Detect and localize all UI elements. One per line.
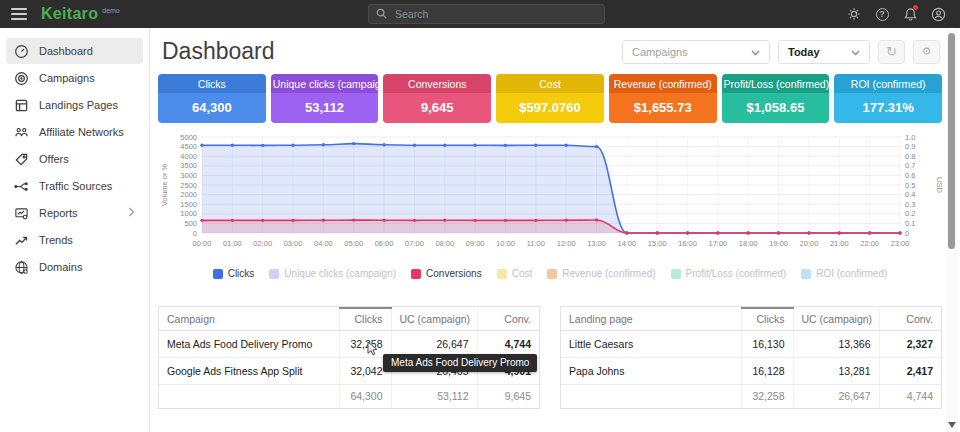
svg-text:2000: 2000 bbox=[180, 190, 197, 199]
campaigns-filter-select[interactable]: Campaigns bbox=[622, 40, 770, 64]
topbar: Keitaro demo ? bbox=[0, 0, 960, 28]
svg-text:Volume or %: Volume or % bbox=[160, 163, 169, 206]
svg-text:00:00: 00:00 bbox=[193, 239, 212, 248]
svg-text:13:00: 13:00 bbox=[587, 239, 606, 248]
column-header-landing-page[interactable]: Landing page bbox=[561, 308, 741, 331]
svg-text:USD: USD bbox=[935, 177, 942, 193]
scrollbar-thumb[interactable] bbox=[948, 33, 955, 249]
target-icon bbox=[14, 71, 29, 86]
sidebar-item-affiliate-networks[interactable]: Affiliate Networks bbox=[6, 119, 143, 145]
svg-text:09:00: 09:00 bbox=[466, 239, 485, 248]
column-header-campaign[interactable]: Campaign bbox=[159, 308, 339, 331]
svg-text:4500: 4500 bbox=[180, 142, 197, 151]
svg-text:0.3: 0.3 bbox=[905, 200, 915, 209]
help-icon[interactable]: ? bbox=[874, 6, 890, 22]
notifications-icon[interactable] bbox=[902, 6, 918, 22]
svg-text:14:00: 14:00 bbox=[617, 239, 636, 248]
legend-cost[interactable]: Cost bbox=[497, 268, 533, 279]
traffic-chart[interactable]: 005000.110000.215000.320000.425000.53000… bbox=[158, 131, 942, 263]
sidebar-item-dashboard[interactable]: Dashboard bbox=[6, 38, 143, 64]
svg-text:11:00: 11:00 bbox=[527, 239, 545, 248]
stat-card-unique-clicks[interactable]: Unique clicks (campaign) 53,112 bbox=[271, 74, 379, 123]
svg-text:4000: 4000 bbox=[180, 152, 197, 161]
svg-text:3500: 3500 bbox=[180, 161, 197, 170]
dashboard-settings-button[interactable]: ⚙ bbox=[913, 40, 940, 64]
column-header-conv[interactable]: Conv. bbox=[879, 308, 941, 331]
svg-text:21:00: 21:00 bbox=[830, 239, 849, 248]
logo-demo-label: demo bbox=[102, 7, 120, 14]
svg-text:16:00: 16:00 bbox=[678, 239, 697, 248]
stat-card-profit-loss[interactable]: Profit/Loss (confirmed) $1,058.65 bbox=[722, 74, 830, 123]
svg-text:22:00: 22:00 bbox=[860, 239, 879, 248]
account-icon[interactable] bbox=[930, 6, 946, 22]
stat-card-cost[interactable]: Cost $597.0760 bbox=[496, 74, 604, 123]
table-row[interactable]: Papa Johns 16,128 13,281 2,417 bbox=[561, 358, 941, 385]
column-header-conv[interactable]: Conv. bbox=[477, 308, 539, 331]
sidebar-item-campaigns[interactable]: Campaigns bbox=[6, 65, 143, 91]
sidebar-item-landings-pages[interactable]: Landings Pages bbox=[6, 92, 143, 118]
chart-legend: Clicks Unique clicks (campaign) Conversi… bbox=[158, 268, 942, 279]
stat-card-roi[interactable]: ROI (confirmed) 177.31% bbox=[834, 74, 942, 123]
sidebar-item-traffic-sources[interactable]: Traffic Sources bbox=[6, 173, 143, 199]
search-input[interactable] bbox=[393, 7, 597, 21]
trend-icon bbox=[14, 233, 29, 248]
svg-text:2500: 2500 bbox=[180, 181, 197, 190]
svg-text:3000: 3000 bbox=[180, 171, 197, 180]
landing-pages-table: Landing page Clicks UC (campaign) Conv. … bbox=[560, 306, 942, 409]
svg-text:500: 500 bbox=[184, 219, 197, 228]
svg-text:19:00: 19:00 bbox=[769, 239, 788, 248]
column-header-clicks[interactable]: Clicks bbox=[339, 308, 391, 331]
legend-revenue[interactable]: Revenue (confirmed) bbox=[547, 268, 655, 279]
svg-text:08:00: 08:00 bbox=[435, 239, 454, 248]
period-filter-select[interactable]: Today bbox=[778, 40, 870, 64]
table-header-row: Landing page Clicks UC (campaign) Conv. bbox=[561, 308, 941, 331]
legend-unique-clicks[interactable]: Unique clicks (campaign) bbox=[269, 268, 396, 279]
menu-icon[interactable] bbox=[11, 8, 27, 20]
search-box[interactable] bbox=[368, 4, 605, 24]
scroll-down-arrow-icon[interactable] bbox=[948, 422, 956, 428]
search-icon bbox=[376, 5, 387, 23]
svg-text:1.0: 1.0 bbox=[905, 133, 915, 142]
stat-cards: Clicks 64,300 Unique clicks (campaign) 5… bbox=[158, 74, 942, 123]
legend-clicks[interactable]: Clicks bbox=[213, 268, 255, 279]
refresh-icon: ↻ bbox=[886, 44, 897, 59]
sidebar-item-domains[interactable]: Domains bbox=[6, 254, 143, 280]
legend-conversions[interactable]: Conversions bbox=[411, 268, 482, 279]
column-header-uc[interactable]: UC (campaign) bbox=[793, 308, 879, 331]
svg-text:12:00: 12:00 bbox=[557, 239, 576, 248]
people-icon bbox=[14, 125, 29, 140]
globe-icon bbox=[14, 260, 29, 275]
sidebar-item-reports[interactable]: Reports bbox=[6, 200, 143, 226]
report-icon bbox=[14, 206, 29, 221]
svg-text:20:00: 20:00 bbox=[800, 239, 819, 248]
refresh-button[interactable]: ↻ bbox=[878, 40, 905, 64]
settings-icon[interactable] bbox=[846, 6, 862, 22]
table-row[interactable]: Little Caesars 16,130 13,366 2,327 bbox=[561, 331, 941, 358]
svg-text:0.9: 0.9 bbox=[905, 142, 915, 151]
chevron-down-icon bbox=[851, 46, 860, 58]
svg-text:01:00: 01:00 bbox=[223, 239, 242, 248]
scrollbar[interactable] bbox=[947, 30, 957, 432]
table-total-row: 64,300 53,112 9,645 bbox=[159, 385, 539, 409]
logo-text: Keitaro bbox=[41, 6, 98, 22]
stat-card-revenue[interactable]: Revenue (confirmed) $1,655.73 bbox=[609, 74, 717, 123]
page-title: Dashboard bbox=[162, 38, 275, 65]
legend-roi[interactable]: ROI (confirmed) bbox=[801, 268, 887, 279]
svg-text:07:00: 07:00 bbox=[405, 239, 424, 248]
svg-text:0.5: 0.5 bbox=[905, 181, 915, 190]
column-header-clicks[interactable]: Clicks bbox=[741, 308, 793, 331]
svg-text:1000: 1000 bbox=[180, 209, 197, 218]
split-icon bbox=[14, 179, 29, 194]
sidebar-item-offers[interactable]: Offers bbox=[6, 146, 143, 172]
app-logo[interactable]: Keitaro demo bbox=[41, 6, 120, 22]
svg-text:0.6: 0.6 bbox=[905, 171, 915, 180]
chevron-right-icon bbox=[128, 207, 135, 219]
legend-profit-loss[interactable]: Profit/Loss (confirmed) bbox=[671, 268, 787, 279]
sidebar-item-trends[interactable]: Trends bbox=[6, 227, 143, 253]
svg-text:02:00: 02:00 bbox=[253, 239, 272, 248]
stat-card-conversions[interactable]: Conversions 9,645 bbox=[383, 74, 491, 123]
svg-text:0: 0 bbox=[905, 229, 909, 238]
svg-text:15:00: 15:00 bbox=[648, 239, 667, 248]
stat-card-clicks[interactable]: Clicks 64,300 bbox=[158, 74, 266, 123]
column-header-uc[interactable]: UC (campaign) bbox=[391, 308, 477, 331]
